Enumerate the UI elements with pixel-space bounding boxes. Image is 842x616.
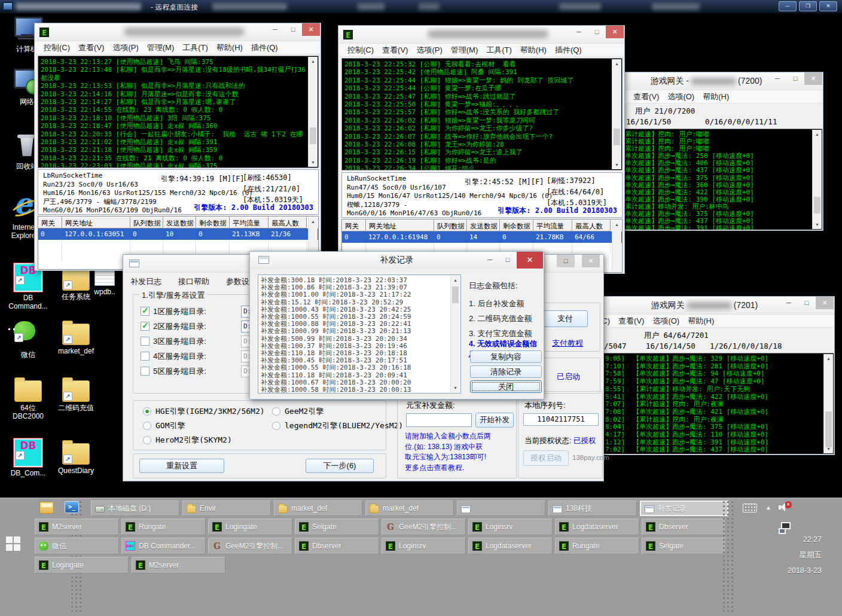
- taskbar-button[interactable]: GeeM2引擎控制...: [382, 519, 466, 535]
- taskbar-button[interactable]: Logdataserver: [555, 519, 639, 535]
- table-header-cell[interactable]: 最高人数: [572, 219, 611, 231]
- close-button[interactable]: ✕: [606, 26, 624, 38]
- tab[interactable]: 接口帮助: [178, 276, 209, 287]
- dir-checkbox[interactable]: [141, 322, 150, 331]
- rdp-close-button[interactable]: ✕: [819, 1, 837, 11]
- dir-checkbox[interactable]: [141, 307, 150, 316]
- scrollbar[interactable]: ▲: [612, 220, 621, 272]
- scrollbar[interactable]: ▲▼: [823, 354, 833, 453]
- menu-item[interactable]: 帮助(H): [216, 42, 243, 53]
- auth-start-button[interactable]: 授权启动: [523, 450, 569, 466]
- menu-item[interactable]: 工具(T): [486, 45, 512, 56]
- tray-expand-icon[interactable]: ▲: [765, 504, 771, 511]
- close-button[interactable]: ✕: [302, 23, 320, 36]
- desktop-icon-dbc2000[interactable]: 64位 DBC2000: [5, 376, 51, 420]
- title-bar[interactable]: 游戏网关(7201) ─ □ ✕: [575, 297, 834, 315]
- maximize-button[interactable]: □: [557, 255, 575, 267]
- clear-records-button[interactable]: 清除记录: [470, 365, 542, 378]
- tab[interactable]: 补发日志: [130, 276, 161, 287]
- engine-radio-row[interactable]: HGE引擎(IGEM2/3KM2/56M2): [143, 404, 265, 419]
- menu-item[interactable]: 查看(V): [618, 316, 644, 327]
- engine-radio-row[interactable]: legendM2引擎(BLUEM2/YesM2): [272, 419, 403, 433]
- taskbar-button[interactable]: Loginsrv: [468, 519, 553, 535]
- title-bar[interactable]: 补发记录 ─ □ ✕: [250, 252, 544, 269]
- volume-muted-icon[interactable]: ✕: [779, 502, 792, 512]
- menu-item[interactable]: 选项(P): [416, 45, 442, 56]
- taskbar-button[interactable]: Rungate: [121, 519, 206, 535]
- scrollbar-thumb[interactable]: [310, 127, 316, 144]
- serial-input[interactable]: 11042117751: [523, 413, 599, 426]
- taskbar-button[interactable]: DB Commander...: [121, 538, 206, 554]
- table-row[interactable]: 0127.0.0.1:63051010021.13KB21/36: [38, 228, 318, 240]
- minimize-button[interactable]: ─: [481, 252, 499, 269]
- table-header-cell[interactable]: 最高人数: [269, 216, 307, 228]
- pay-tutorial-link[interactable]: 支付教程: [552, 338, 583, 349]
- scrollbar[interactable]: ▲▼: [450, 276, 460, 392]
- maximize-button[interactable]: □: [588, 26, 606, 38]
- desktop-icon-wechat[interactable]: 微信: [5, 320, 51, 359]
- menu-item[interactable]: 插件(Q): [555, 45, 582, 56]
- maximize-button[interactable]: □: [284, 23, 302, 36]
- copy-content-button[interactable]: 复制内容: [470, 350, 542, 363]
- maximize-button[interactable]: □: [499, 252, 517, 269]
- table-header-cell[interactable]: 平均流量: [230, 216, 269, 228]
- scrollbar-thumb[interactable]: [614, 129, 620, 145]
- menu-item[interactable]: 查看(V): [633, 92, 659, 102]
- taskbar-button[interactable]: Envir: [182, 501, 271, 516]
- desktop-icon-db-com[interactable]: DB_Com...: [5, 438, 51, 477]
- desktop-icon-market-def[interactable]: market_def: [53, 319, 99, 355]
- dir-checkbox[interactable]: [141, 352, 150, 361]
- dir-checkbox[interactable]: [141, 367, 150, 376]
- scrollbar-thumb[interactable]: [452, 286, 459, 303]
- dir-checkbox[interactable]: [141, 337, 150, 346]
- maximize-button[interactable]: □: [798, 297, 816, 309]
- pinned-shell-icon[interactable]: [65, 501, 79, 513]
- table-header-cell[interactable]: 网关地址: [366, 219, 434, 231]
- taskbar-button[interactable]: market_def: [274, 501, 362, 516]
- table-header-cell[interactable]: 网关地址: [62, 216, 130, 228]
- menu-item[interactable]: 管理(M): [147, 42, 175, 53]
- menu-item[interactable]: 帮助(H): [520, 45, 547, 56]
- scrollbar[interactable]: ▲▼: [308, 57, 318, 167]
- menu-item[interactable]: 选项(P): [112, 42, 138, 53]
- minimize-button[interactable]: ─: [768, 72, 786, 85]
- menu-item[interactable]: 控制(C): [347, 45, 374, 56]
- taskbar-button[interactable]: Rungate: [555, 538, 639, 554]
- pay-button[interactable]: 支付: [542, 310, 588, 327]
- reset-button[interactable]: 重新设置: [139, 459, 224, 473]
- taskbar-button[interactable]: Selgate: [642, 538, 726, 554]
- menu-item[interactable]: 选项(O): [652, 316, 679, 327]
- touch-keyboard-icon[interactable]: [743, 504, 757, 513]
- close-button[interactable]: ✕: [517, 252, 543, 269]
- table-header-cell[interactable]: 剩余数据: [196, 216, 230, 228]
- engine-radio-row[interactable]: GeeM2引擎: [272, 404, 403, 419]
- reissue-log-list[interactable]: 补发金额:300.18 时间:2018-3-23 22:03:37 补发金额:1…: [258, 275, 461, 394]
- taskbar-button[interactable]: M2server: [132, 557, 225, 574]
- minimize-button[interactable]: ─: [570, 26, 588, 38]
- table-header-cell[interactable]: 队列数据: [434, 219, 467, 231]
- scrollbar[interactable]: ▲▼: [812, 130, 822, 229]
- rdp-restore-button[interactable]: ❐: [799, 1, 817, 11]
- menu-item[interactable]: 插件(Q): [251, 42, 278, 53]
- rdp-minimize-button[interactable]: ─: [779, 1, 797, 11]
- taskbar-button[interactable]: [457, 501, 545, 516]
- network-status-icon[interactable]: [781, 522, 791, 529]
- table-header-cell[interactable]: 发送数据: [467, 219, 500, 231]
- menu-item[interactable]: 管理(M): [451, 45, 478, 56]
- taskbar-button[interactable]: Dbserver: [642, 519, 726, 535]
- taskbar-button[interactable]: market_def: [365, 501, 454, 516]
- taskbar-button[interactable]: 138科技: [548, 501, 637, 516]
- taskbar-button[interactable]: 本地磁盘 (D:): [91, 501, 179, 516]
- table-header-cell[interactable]: 平均流量: [533, 219, 572, 231]
- taskbar-button[interactable]: 微信: [35, 538, 119, 554]
- table-header-cell[interactable]: 队列数据: [130, 216, 163, 228]
- table-header-cell[interactable]: 发送数据: [163, 216, 196, 228]
- title-bar[interactable]: ─ □ ✕: [338, 26, 624, 44]
- close-dialog-button[interactable]: 关闭: [470, 380, 542, 393]
- menu-item[interactable]: 控制(C): [44, 42, 70, 53]
- taskbar-button[interactable]: Selgate: [295, 519, 379, 535]
- scrollbar[interactable]: ▲▼: [612, 59, 621, 169]
- desktop-icon-qrcode-recharge[interactable]: 二维码充值: [53, 376, 99, 412]
- close-button[interactable]: ✕: [804, 72, 822, 85]
- table-header-cell[interactable]: 网关: [38, 216, 62, 228]
